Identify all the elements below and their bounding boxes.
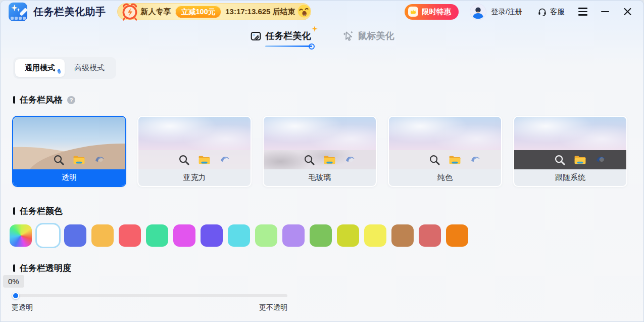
swatch-blue[interactable]	[64, 224, 86, 247]
promo-banner[interactable]: 新人专享 立减100元 13:17:13.625 后结束	[117, 3, 311, 20]
folder-icon	[574, 154, 586, 166]
edge-browser-icon	[219, 154, 231, 166]
help-icon[interactable]: ?	[67, 96, 75, 104]
edge-browser-icon	[595, 154, 607, 166]
edge-browser-icon	[344, 154, 357, 166]
swatch-light-purple[interactable]	[282, 224, 305, 247]
windows-logo-icon	[158, 154, 170, 166]
app-window: 任务栏美化助手 新人专享 立减100元 13:17:13.625 后结束 限时特…	[0, 0, 644, 322]
swatch-green[interactable]	[310, 224, 332, 247]
swatch-red[interactable]	[119, 224, 141, 247]
close-button[interactable]	[616, 3, 638, 20]
transparency-slider[interactable]	[12, 293, 287, 299]
swatch-rainbow-picker[interactable]	[10, 224, 32, 247]
style-card-label: 毛玻璃	[264, 169, 376, 186]
edge-browser-icon	[469, 154, 482, 166]
close-icon	[623, 8, 632, 16]
preview-taskbar	[389, 150, 501, 169]
style-card-solid-color[interactable]: 纯色	[388, 116, 502, 187]
limited-time-offer-button[interactable]: 限时特惠	[405, 4, 459, 20]
promo-tag: 新人专享	[141, 7, 171, 17]
section-taskbar-transparency-header: 任务栏透明度	[13, 262, 71, 274]
headset-icon	[537, 7, 547, 17]
search-icon	[178, 154, 190, 166]
swatch-magenta[interactable]	[173, 224, 195, 247]
support-label: 客服	[550, 7, 565, 17]
windows-logo-icon	[32, 154, 45, 166]
mode-tab-label: 高级模式	[74, 63, 105, 72]
style-card-frosted-glass[interactable]: 毛玻璃	[263, 116, 377, 187]
style-card-label: 透明	[13, 169, 125, 186]
sparkle-icon	[312, 26, 318, 32]
mode-tab-advanced[interactable]: 高级模式	[65, 59, 114, 77]
swatch-white[interactable]	[37, 224, 59, 247]
preview-taskbar	[13, 150, 125, 169]
swatch-cyan[interactable]	[228, 224, 250, 247]
tab-mouse-beautify[interactable]: 鼠标美化	[342, 30, 394, 42]
tab-label: 任务栏美化	[266, 30, 311, 42]
search-icon	[429, 154, 440, 166]
folder-icon	[449, 154, 461, 166]
sale-button-label: 限时特惠	[422, 7, 451, 17]
swatch-yellow[interactable]	[364, 224, 386, 247]
search-icon	[304, 154, 315, 166]
taskbar-preview	[389, 117, 501, 169]
alarm-clock-icon	[120, 2, 140, 22]
minimize-button[interactable]	[594, 3, 616, 20]
mode-tabs: 通用模式 高级模式	[13, 57, 116, 79]
swatch-deep-orange[interactable]	[446, 224, 468, 247]
brush-icon	[19, 8, 27, 16]
swatch-brown[interactable]	[391, 224, 414, 247]
swatch-yellow-green[interactable]	[337, 224, 359, 247]
sparkle-icon	[17, 8, 20, 12]
mini-taskbar-icon	[11, 17, 26, 20]
main-nav: 任务栏美化 鼠标美化	[1, 30, 643, 42]
swatch-rose[interactable]	[419, 224, 441, 247]
swatch-purple[interactable]	[201, 224, 223, 247]
taskbar-preview	[13, 117, 125, 169]
taskbar-style-cards: 透明 亚克力 毛玻璃	[12, 116, 627, 187]
taskbar-color-swatches	[10, 224, 468, 247]
section-title: 任务栏风格	[20, 94, 63, 106]
mode-tab-label: 通用模式	[25, 63, 55, 72]
section-marker	[13, 207, 15, 215]
login-register[interactable]: 登录/注册	[470, 4, 522, 20]
search-icon	[53, 154, 65, 166]
section-taskbar-color-header: 任务栏颜色	[13, 205, 63, 217]
window-controls	[572, 3, 638, 20]
windows-logo-icon	[283, 154, 295, 166]
style-card-label: 跟随系统	[514, 169, 626, 186]
customer-support-button[interactable]: 客服	[537, 7, 565, 17]
swatch-mint-green[interactable]	[146, 224, 168, 247]
crown-icon	[408, 7, 418, 17]
tab-taskbar-beautify[interactable]: 任务栏美化	[250, 30, 311, 42]
crying-face-icon	[295, 3, 313, 20]
menu-button[interactable]	[572, 3, 594, 20]
slider-track[interactable]	[12, 294, 287, 297]
style-card-acrylic[interactable]: 亚克力	[137, 116, 252, 187]
swatch-orange[interactable]	[91, 224, 114, 247]
brush-stroke-icon	[57, 69, 62, 74]
titlebar: 任务栏美化助手 新人专享 立减100元 13:17:13.625 后结束 限时特…	[1, 1, 643, 23]
mouse-cursor-icon	[342, 30, 354, 42]
active-tab-underline	[265, 45, 312, 48]
edge-browser-icon	[93, 154, 106, 166]
style-card-follow-system[interactable]: 跟随系统	[513, 116, 627, 187]
swatch-light-green[interactable]	[255, 224, 277, 247]
style-card-label: 纯色	[389, 169, 501, 186]
section-marker	[13, 96, 15, 104]
minimize-icon	[601, 11, 609, 12]
style-card-label: 亚克力	[138, 169, 251, 186]
taskbar-preview	[138, 117, 251, 169]
mode-tab-general[interactable]: 通用模式	[15, 59, 65, 77]
slider-thumb[interactable]	[12, 292, 19, 299]
promo-countdown: 13:17:13.625 后结束	[225, 7, 295, 17]
app-logo-icon	[9, 3, 27, 21]
style-card-transparent[interactable]: 透明	[12, 116, 126, 187]
windows-logo-icon	[408, 154, 421, 166]
section-title: 任务栏透明度	[20, 262, 71, 274]
section-taskbar-style-header: 任务栏风格 ?	[13, 94, 75, 106]
folder-icon	[198, 154, 211, 166]
windows-logo-icon	[533, 154, 546, 166]
taskbar-preview	[514, 117, 626, 169]
